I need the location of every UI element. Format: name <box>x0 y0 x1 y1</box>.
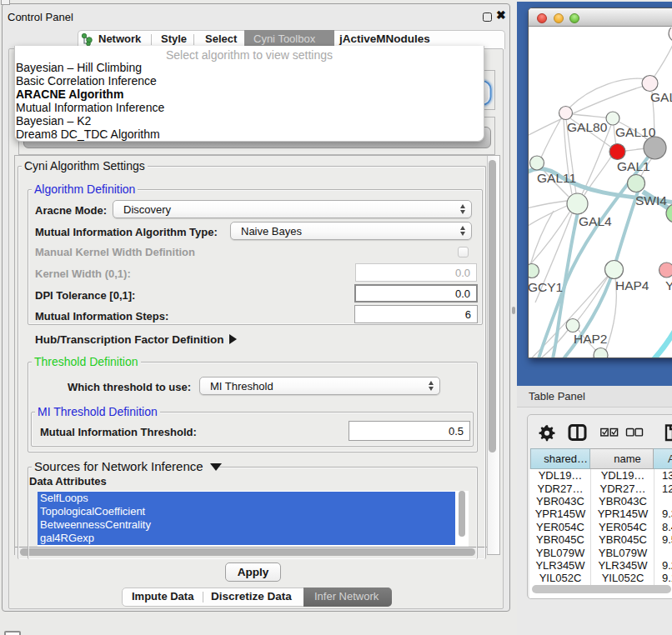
svg-text:GAL4: GAL4 <box>579 214 612 228</box>
svg-text:GAL1: GAL1 <box>617 159 650 173</box>
svg-text:YM: YM <box>665 278 672 292</box>
svg-text:GCY1: GCY1 <box>529 280 563 294</box>
svg-text:HAP2: HAP2 <box>574 332 608 346</box>
svg-text:GAL7: GAL7 <box>650 90 672 104</box>
svg-text:GAL11: GAL11 <box>537 171 576 185</box>
svg-text:GAL10: GAL10 <box>615 125 656 139</box>
svg-text:HAP4: HAP4 <box>615 278 649 292</box>
svg-text:GAL80: GAL80 <box>567 120 608 134</box>
svg-text:SWI4: SWI4 <box>635 193 667 208</box>
